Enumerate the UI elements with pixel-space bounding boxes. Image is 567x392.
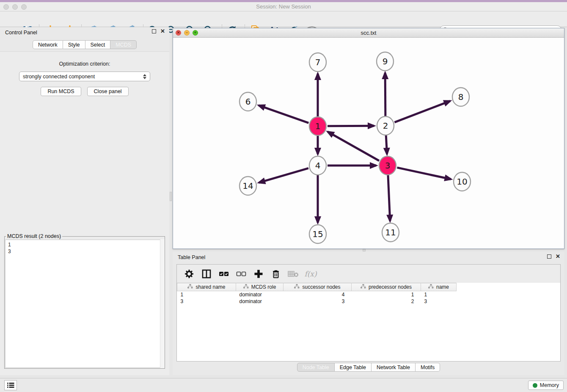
- table-tab-motifs[interactable]: Motifs: [416, 363, 440, 372]
- mcds-result-text[interactable]: 1 3: [5, 240, 164, 368]
- table-cell[interactable]: 3: [177, 298, 236, 305]
- criterion-dropdown[interactable]: strongly connected component: [19, 72, 150, 81]
- run-mcds-button[interactable]: Run MCDS: [41, 87, 81, 96]
- minimize-network-button[interactable]: −: [184, 30, 190, 36]
- edge-2-to-3[interactable]: [386, 135, 387, 154]
- list-icon: [7, 382, 14, 388]
- tab-select[interactable]: Select: [85, 40, 111, 49]
- column-header-name[interactable]: name: [421, 283, 457, 291]
- memory-label: Memory: [540, 382, 559, 388]
- task-history-button[interactable]: [4, 380, 17, 390]
- edge-3-to-1[interactable]: [328, 132, 379, 160]
- maximize-network-button[interactable]: +: [193, 30, 198, 36]
- network-graph[interactable]: 1234678910111415: [173, 38, 564, 248]
- node-label-10: 10: [457, 177, 467, 187]
- node-label-15: 15: [312, 229, 323, 239]
- table-cell[interactable]: 2: [352, 298, 421, 305]
- column-header-shared-name[interactable]: shared name: [177, 283, 236, 291]
- select-all-icon[interactable]: [218, 268, 229, 279]
- edge-2-to-9[interactable]: [385, 73, 385, 116]
- function-builder-icon[interactable]: f(x): [305, 268, 316, 279]
- dropdown-stepper-icon: [143, 74, 146, 79]
- close-network-button[interactable]: ✕: [176, 30, 181, 36]
- format-columns-icon[interactable]: [201, 268, 212, 279]
- namespace-icon: [294, 284, 300, 290]
- table-panel-tabs: Node TableEdge TableNetwork TableMotifs: [173, 363, 564, 372]
- node-label-11: 11: [385, 227, 396, 237]
- table-toolbar: f(x): [177, 265, 560, 283]
- table-tab-node-table[interactable]: Node Table: [297, 363, 335, 372]
- tab-network[interactable]: Network: [33, 40, 63, 49]
- table-panel-title: Table Panel: [178, 254, 205, 260]
- horizontal-splitter-handle[interactable]: [363, 249, 366, 251]
- node-label-1: 1: [315, 121, 321, 131]
- table-tab-edge-table[interactable]: Edge Table: [335, 363, 372, 372]
- main-toolbar: [0, 11, 567, 27]
- result-scrollbar[interactable]: [160, 239, 165, 368]
- mcds-result-box: MCDS result (2 nodes) 1 3: [4, 233, 165, 369]
- table-cell[interactable]: 3: [284, 298, 352, 305]
- column-header-MCDS-role[interactable]: MCDS role: [236, 283, 284, 291]
- status-bar: Memory: [0, 378, 567, 392]
- table-cell[interactable]: 1: [421, 291, 457, 298]
- edge-1-to-6[interactable]: [259, 105, 308, 123]
- table-mode-gear-icon[interactable]: [184, 268, 195, 279]
- node-label-6: 6: [245, 97, 251, 107]
- node-label-3: 3: [385, 160, 391, 171]
- tab-mcds[interactable]: MCDS: [110, 40, 137, 49]
- create-column-plus-icon[interactable]: [253, 268, 264, 279]
- fx-label: f(x): [304, 270, 317, 278]
- control-panel-tabs: NetworkStyleSelectMCDS: [0, 40, 169, 49]
- destroy-table-icon[interactable]: [288, 268, 299, 279]
- node-label-7: 7: [315, 57, 321, 67]
- network-canvas[interactable]: 1234678910111415: [173, 38, 564, 248]
- node-table: shared nameMCDS rolesuccessor nodesprede…: [177, 283, 457, 305]
- network-window-title: scc.txt: [361, 30, 377, 36]
- memory-button[interactable]: Memory: [528, 381, 564, 390]
- close-panel-icon[interactable]: ✕: [160, 29, 165, 33]
- app-titlebar: Session: New Session: [0, 2, 567, 11]
- minimize-window-button[interactable]: [12, 4, 18, 10]
- mcds-tab-content: Optimization criterion: strongly connect…: [0, 51, 169, 375]
- maximize-window-button[interactable]: [21, 4, 27, 10]
- namespace-icon: [428, 284, 434, 290]
- close-window-button[interactable]: [3, 4, 9, 10]
- edge-3-to-10[interactable]: [397, 168, 451, 179]
- table-panel-header: Table Panel ✕: [173, 252, 564, 263]
- table-tab-network-table[interactable]: Network Table: [372, 363, 416, 372]
- delete-column-trash-icon[interactable]: [270, 268, 281, 279]
- edge-2-to-8[interactable]: [394, 101, 450, 122]
- table-cell[interactable]: 4: [284, 291, 352, 298]
- table-cell[interactable]: dominator: [236, 298, 284, 305]
- column-header-predecessor-nodes[interactable]: predecessor nodes: [352, 283, 421, 291]
- memory-status-icon: [533, 383, 537, 388]
- control-panel: Control Panel ✕ NetworkStyleSelectMCDS O…: [0, 27, 169, 375]
- table-row[interactable]: 3dominator323: [177, 298, 457, 305]
- node-label-4: 4: [315, 160, 321, 171]
- tab-style[interactable]: Style: [63, 40, 85, 49]
- optimization-criterion-label: Optimization criterion:: [0, 61, 169, 67]
- window-controls-inactive[interactable]: [3, 4, 27, 10]
- edge-4-to-14[interactable]: [259, 168, 308, 182]
- close-table-panel-icon[interactable]: ✕: [556, 254, 560, 259]
- table-row[interactable]: 1dominator411: [177, 291, 457, 298]
- table-cell[interactable]: 3: [421, 298, 457, 305]
- network-view-window: ✕ − + scc.txt 1234678910111415: [173, 28, 564, 249]
- app-title: Session: New Session: [256, 3, 311, 10]
- panel-splitter-handle[interactable]: [170, 192, 172, 201]
- namespace-icon: [243, 284, 249, 290]
- criterion-value: strongly connected component: [23, 74, 143, 80]
- node-label-9: 9: [383, 56, 388, 66]
- table-cell[interactable]: dominator: [236, 291, 284, 298]
- float-panel-icon[interactable]: [152, 29, 156, 33]
- table-cell[interactable]: 1: [352, 291, 421, 298]
- edge-3-to-11[interactable]: [388, 175, 390, 221]
- table-cell[interactable]: 1: [177, 291, 236, 298]
- column-header-successor-nodes[interactable]: successor nodes: [284, 283, 352, 291]
- deselect-all-icon[interactable]: [236, 268, 247, 279]
- network-window-titlebar[interactable]: ✕ − + scc.txt: [173, 28, 564, 38]
- close-panel-button[interactable]: Close panel: [87, 87, 129, 96]
- float-table-panel-icon[interactable]: [547, 254, 551, 259]
- table-panel: Table Panel ✕: [173, 252, 564, 375]
- edge-1-to-2[interactable]: [328, 126, 374, 126]
